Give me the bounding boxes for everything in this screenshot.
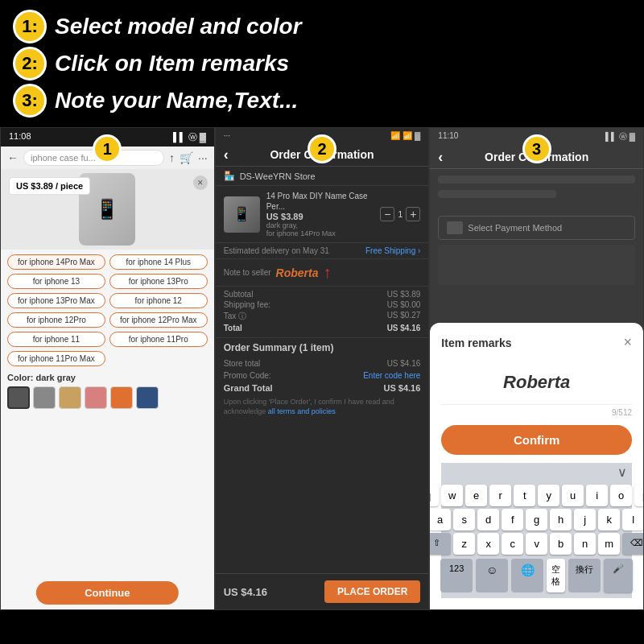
keyboard-row-z: ⇧ z x c v b n m ⌫ bbox=[443, 533, 630, 555]
modal-title: Item remarks bbox=[441, 336, 511, 349]
quantity-control: − 1 + bbox=[380, 207, 420, 221]
keyboard-row-bottom: 123 ☺ 🌐 空格 換行 🎤 bbox=[443, 557, 630, 594]
key-emoji[interactable]: ☺ bbox=[476, 559, 508, 592]
back-arrow-icon[interactable]: ‹ bbox=[224, 147, 229, 163]
back-icon[interactable]: ← bbox=[7, 151, 19, 164]
option-14plus[interactable]: for iphone 14 Plus bbox=[109, 254, 208, 270]
modal-close-button[interactable]: × bbox=[624, 334, 633, 351]
option-12pro[interactable]: for iphone 12Pro bbox=[7, 312, 105, 328]
model-options-grid: for iphone 14Pro Max for iphone 14 Plus … bbox=[1, 250, 214, 371]
key-q[interactable]: q bbox=[429, 485, 439, 506]
key-shift[interactable]: ⇧ bbox=[429, 533, 451, 555]
key-space[interactable]: 空格 bbox=[547, 559, 565, 592]
key-f[interactable]: f bbox=[502, 509, 523, 530]
option-12[interactable]: for iphone 12 bbox=[109, 293, 208, 308]
option-11[interactable]: for iphone 11 bbox=[7, 332, 105, 347]
qty-plus-button[interactable]: + bbox=[406, 207, 420, 221]
keyboard-top-row: ∨ bbox=[441, 463, 632, 481]
key-o[interactable]: o bbox=[610, 485, 632, 506]
step1-row: 1: Select model and color bbox=[13, 10, 631, 43]
key-y[interactable]: y bbox=[538, 485, 559, 506]
option-11pro[interactable]: for iphone 11Pro bbox=[109, 332, 208, 347]
swatch-gray[interactable] bbox=[33, 386, 56, 409]
option-11promax[interactable]: for iphone 11Pro Max bbox=[7, 351, 105, 366]
more-icon[interactable]: ··· bbox=[198, 151, 208, 164]
modal-header: Item remarks × bbox=[441, 334, 632, 351]
key-k[interactable]: k bbox=[598, 509, 620, 530]
key-w[interactable]: w bbox=[441, 485, 463, 506]
key-e[interactable]: e bbox=[465, 485, 487, 506]
key-123[interactable]: 123 bbox=[440, 559, 473, 592]
blur-row-2 bbox=[438, 190, 556, 198]
panels-container: 1 11:08 ▌▌ ⓦ ▓ ← iphone case fu... ↑ 🛒 ·… bbox=[0, 127, 644, 610]
key-s[interactable]: s bbox=[453, 509, 475, 530]
key-v[interactable]: v bbox=[526, 533, 547, 555]
panel3-step-badge: 3 bbox=[522, 134, 551, 163]
key-c[interactable]: c bbox=[502, 533, 523, 555]
key-delete[interactable]: ⌫ bbox=[622, 533, 644, 555]
option-13promax[interactable]: for iphone 13Pro Max bbox=[7, 293, 105, 308]
key-a[interactable]: a bbox=[429, 509, 451, 530]
product-row: 📱 14 Pro Max DIY Name Case Per... US $3.… bbox=[216, 186, 429, 243]
free-shipping-link[interactable]: Free Shipping › bbox=[365, 246, 420, 255]
confirm-button[interactable]: Confirm bbox=[441, 425, 632, 455]
terms-link[interactable]: all terms and policies bbox=[268, 407, 336, 415]
place-order-bar: US $4.16 PLACE ORDER bbox=[216, 573, 429, 609]
payment-icon bbox=[447, 221, 463, 234]
continue-button[interactable]: Continue bbox=[36, 581, 178, 605]
share-icon[interactable]: ↑ bbox=[169, 151, 175, 164]
key-b[interactable]: b bbox=[550, 533, 572, 555]
swatch-pink[interactable] bbox=[85, 386, 107, 409]
select-payment-method[interactable]: Select Payment Method bbox=[438, 216, 635, 240]
option-13pro[interactable]: for iphone 13Pro bbox=[109, 274, 208, 289]
key-j[interactable]: j bbox=[574, 509, 596, 530]
panel-step3: 3 11:10 ▌▌ ⓦ ▓ ‹ Order Confirmation Sele… bbox=[429, 127, 644, 610]
option-14promax[interactable]: for iphone 14Pro Max bbox=[7, 254, 105, 270]
key-l[interactable]: l bbox=[622, 509, 644, 530]
cart-icon[interactable]: 🛒 bbox=[180, 151, 193, 164]
price-bubble: US $3.89 / piece bbox=[9, 177, 90, 195]
key-r[interactable]: r bbox=[489, 485, 511, 506]
key-mic[interactable]: 🎤 bbox=[604, 559, 633, 592]
qty-minus-button[interactable]: − bbox=[380, 207, 394, 221]
place-order-button[interactable]: PLACE ORDER bbox=[324, 580, 420, 603]
note-label: Note to seller bbox=[224, 268, 271, 277]
close-button[interactable]: × bbox=[193, 175, 208, 190]
key-i[interactable]: i bbox=[586, 485, 608, 506]
swatch-blue[interactable] bbox=[136, 386, 159, 409]
key-h[interactable]: h bbox=[550, 509, 572, 530]
delivery-row: Estimated delivery on May 31 Free Shippi… bbox=[216, 243, 429, 259]
key-n[interactable]: n bbox=[574, 533, 596, 555]
product-price: US $3.89 bbox=[266, 212, 374, 221]
grand-total-line: Grand Total US $4.16 bbox=[216, 382, 429, 394]
key-t[interactable]: t bbox=[514, 485, 535, 506]
key-p[interactable]: p bbox=[634, 485, 644, 506]
option-12promax[interactable]: for iphone 12Pro Max bbox=[109, 312, 208, 328]
option-13[interactable]: for iphone 13 bbox=[7, 274, 105, 289]
store-row: 🏪 DS-WeeYRN Store bbox=[216, 167, 429, 186]
remarks-input[interactable]: Roberta bbox=[441, 361, 632, 405]
key-g[interactable]: g bbox=[526, 509, 547, 530]
keyboard: q w e r t y u i o p a s d f g h bbox=[441, 481, 632, 598]
swatch-gold[interactable] bbox=[59, 386, 81, 409]
keyboard-row-a: a s d f g h j k l bbox=[443, 509, 630, 530]
keyboard-dismiss-icon[interactable]: ∨ bbox=[617, 464, 627, 480]
product-meta1: dark gray, bbox=[266, 221, 374, 229]
product-meta2: for iphone 14Pro Max bbox=[266, 229, 374, 237]
key-globe[interactable]: 🌐 bbox=[511, 559, 543, 592]
terms-text: Upon clicking 'Place Order', I confirm I… bbox=[216, 394, 429, 419]
store-icon: 🏪 bbox=[224, 171, 235, 181]
panel3-back-icon[interactable]: ‹ bbox=[438, 149, 443, 166]
key-x[interactable]: x bbox=[477, 533, 499, 555]
note-row: Note to seller Roberta ↑ bbox=[216, 259, 429, 287]
swatch-orange[interactable] bbox=[110, 386, 133, 409]
key-d[interactable]: d bbox=[477, 509, 499, 530]
key-u[interactable]: u bbox=[562, 485, 584, 506]
key-z[interactable]: z bbox=[453, 533, 475, 555]
swatch-darkgray[interactable] bbox=[7, 386, 30, 409]
key-m[interactable]: m bbox=[598, 533, 620, 555]
key-convert[interactable]: 換行 bbox=[568, 559, 601, 592]
price-summary: Subtotal US $3.89 Shipping fee: US $0.00… bbox=[216, 287, 429, 337]
enter-code-link[interactable]: Enter code here bbox=[363, 371, 420, 380]
note-value: Roberta bbox=[276, 266, 319, 279]
